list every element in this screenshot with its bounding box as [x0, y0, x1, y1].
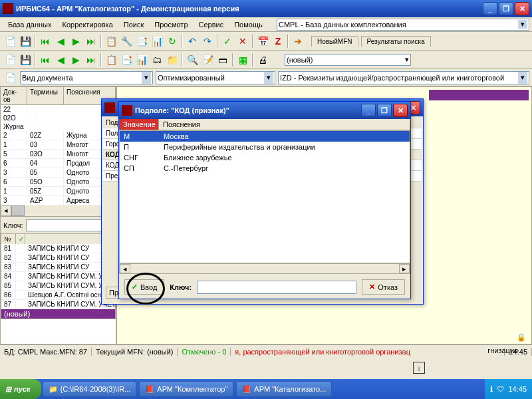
last-icon[interactable]: ⏭: [84, 34, 98, 49]
code-row[interactable]: СПС.-Петербург: [120, 163, 410, 174]
term-row[interactable]: 3AZPАдреса: [1, 196, 116, 205]
col-docs[interactable]: Док-ов: [1, 87, 27, 104]
save2-icon[interactable]: 💾: [18, 53, 33, 67]
tool-icon[interactable]: 🔧: [119, 34, 134, 49]
toolbar-1: 📄 💾 ⏮ ◀ ▶ ⏭ 📋 🔧 📑 📊 ↻ ↶ ↷ ✓ ✕ 📅 Z ➜ Новы…: [0, 32, 532, 51]
record-row[interactable]: 83ЗАПИСЬ КНИГИ СУ: [1, 263, 115, 272]
term-row[interactable]: 604Продол: [1, 159, 116, 168]
term-row[interactable]: 2202OЖурна: [1, 105, 116, 131]
menu-service[interactable]: Сервис: [194, 19, 229, 30]
excel-icon[interactable]: ▦: [235, 53, 250, 67]
optimization-select[interactable]: Оптимизированный▾: [156, 71, 275, 84]
calendar-icon[interactable]: 📅: [255, 34, 270, 49]
record-row[interactable]: 87ЗАПИСЬ КНИГИ СУМ. УЧЕТА (ч.1 - поступл…: [1, 300, 115, 309]
tool2-icon[interactable]: 📑: [134, 34, 149, 49]
d2-h-scrollbar[interactable]: ◂▸: [119, 263, 410, 274]
last2-icon[interactable]: ⏭: [84, 53, 98, 67]
col-check[interactable]: ✓: [16, 234, 25, 244]
dialog-icon: [104, 102, 115, 113]
col-value[interactable]: Значение: [119, 119, 159, 130]
menu-help[interactable]: Помощь: [229, 19, 268, 30]
code-row[interactable]: СНГБлижнее зарубежье: [120, 152, 410, 163]
t1-icon[interactable]: 📋: [104, 53, 118, 67]
dropdown-arrow-icon: ▾: [405, 55, 409, 64]
t2-icon[interactable]: 📑: [119, 53, 134, 67]
save-icon[interactable]: 💾: [18, 34, 33, 49]
col-terms[interactable]: Термины: [27, 87, 64, 104]
z-icon[interactable]: Z: [271, 34, 285, 49]
menu-correction[interactable]: Корректировка: [57, 19, 118, 30]
view-type-select[interactable]: Вид документа▾: [20, 71, 153, 84]
tray-icon: ℹ: [490, 385, 493, 394]
enter-button[interactable]: ✓ Ввод: [124, 279, 164, 295]
record-row[interactable]: 84ЗАПИСЬ КНИГИ СУМ. УЧЕТА (ч.1 - поступл…: [1, 272, 115, 281]
col-n[interactable]: №: [1, 234, 16, 244]
menu-search[interactable]: Поиск: [118, 19, 149, 30]
check-icon[interactable]: ✓: [220, 34, 235, 49]
close-button[interactable]: ✕: [515, 2, 529, 15]
arrow-icon[interactable]: ➜: [291, 34, 305, 49]
minimize-button[interactable]: _: [483, 2, 497, 15]
record-row[interactable]: 81ЗАПИСЬ КНИГИ СУ: [1, 244, 115, 253]
d2-min-button[interactable]: _: [361, 104, 376, 117]
term-row[interactable]: 503OМногот: [1, 150, 116, 159]
tab-results[interactable]: Результаты поиска: [361, 36, 431, 47]
t7-icon[interactable]: 📝: [200, 53, 215, 67]
h-scrollbar[interactable]: ◂ ▸: [1, 205, 116, 216]
cancel-button[interactable]: ✕ Отказ: [362, 279, 405, 295]
t4-icon[interactable]: 🗂: [150, 53, 164, 67]
t3-icon[interactable]: 📊: [134, 53, 149, 67]
redo-icon[interactable]: ↷: [200, 34, 215, 49]
menu-view[interactable]: Просмотр: [149, 19, 193, 30]
prev-icon[interactable]: ◀: [53, 34, 68, 49]
t6-icon[interactable]: 🔍: [185, 53, 200, 67]
record-row[interactable]: 86Шевцов А.Г. Освітні основи реабілітоло…: [1, 291, 115, 300]
prev2-icon[interactable]: ◀: [53, 53, 68, 67]
d2-key-input[interactable]: [197, 281, 356, 294]
tool3-icon[interactable]: 📊: [150, 34, 164, 49]
undo-icon[interactable]: ↶: [185, 34, 200, 49]
t8-icon[interactable]: 🗃: [215, 53, 230, 67]
t5-icon[interactable]: 📁: [165, 53, 180, 67]
record-row[interactable]: 85ЗАПИСЬ КНИГИ СУМ. УЧЕТА (ч.2 - выбытие…: [1, 281, 115, 291]
first2-icon[interactable]: ⏮: [38, 53, 53, 67]
refresh-icon[interactable]: ↻: [165, 34, 180, 49]
system-tray[interactable]: ℹ 🛡 14:45: [485, 379, 532, 399]
start-button[interactable]: ⊞ пуск: [0, 379, 41, 399]
delete-icon[interactable]: ✕: [235, 34, 250, 49]
maximize-button[interactable]: ❐: [499, 2, 513, 15]
menu-database[interactable]: База данных: [3, 19, 57, 30]
term-row[interactable]: 202ZЖурна: [1, 131, 116, 140]
d2-close-button[interactable]: ✕: [393, 104, 408, 117]
taskbar-item-2[interactable]: 📕АРМ "Комплектатор": [139, 381, 233, 397]
down-arrow2-button[interactable]: ↓: [413, 362, 425, 374]
d2-max-button[interactable]: ❐: [377, 104, 392, 117]
next-icon[interactable]: ▶: [68, 34, 83, 49]
copy-icon[interactable]: 📋: [104, 34, 118, 49]
term-row[interactable]: 305Одното: [1, 168, 116, 178]
col-explanation[interactable]: Пояснения: [159, 119, 410, 130]
statusbar: БД: CMPL Макс.MFN: 87 Текущий MFN: (новы…: [0, 344, 532, 358]
izd-select[interactable]: IZD - Реквизиты издающей/распространяюще…: [278, 71, 529, 84]
term-row[interactable]: 105ZОдното: [1, 187, 116, 196]
code-row[interactable]: ММосква: [120, 131, 410, 142]
new-record-row[interactable]: (новый): [1, 309, 115, 319]
code-row[interactable]: ППериферийные издательства и организации: [120, 142, 410, 152]
taskbar-item-3[interactable]: 📕АРМ "Каталогизато...: [236, 381, 332, 397]
filter-icon[interactable]: 📄: [3, 70, 17, 85]
mfn-select[interactable]: (новый) ▾: [285, 54, 411, 66]
next2-icon[interactable]: ▶: [68, 53, 83, 67]
new2-icon[interactable]: 📄: [3, 53, 17, 67]
tab-new-mfn[interactable]: НовыйMFN: [311, 36, 358, 47]
first-icon[interactable]: ⏮: [38, 34, 53, 49]
database-select[interactable]: CMPL - База данных комплектования ▾: [277, 19, 529, 31]
tray-clock: 14:45: [508, 385, 527, 393]
subfield-list[interactable]: ММоскваППериферийные издательства и орга…: [119, 130, 410, 263]
new-icon[interactable]: 📄: [3, 34, 17, 49]
print-icon[interactable]: 🖨: [255, 53, 270, 67]
term-row[interactable]: 605OОдното: [1, 178, 116, 187]
term-row[interactable]: 103Многот: [1, 140, 116, 150]
record-row[interactable]: 82ЗАПИСЬ КНИГИ СУ: [1, 253, 115, 263]
detail-header: [429, 90, 529, 100]
taskbar-item-1[interactable]: 📁{C:\IR64-2008(3)\IR...: [43, 381, 137, 397]
